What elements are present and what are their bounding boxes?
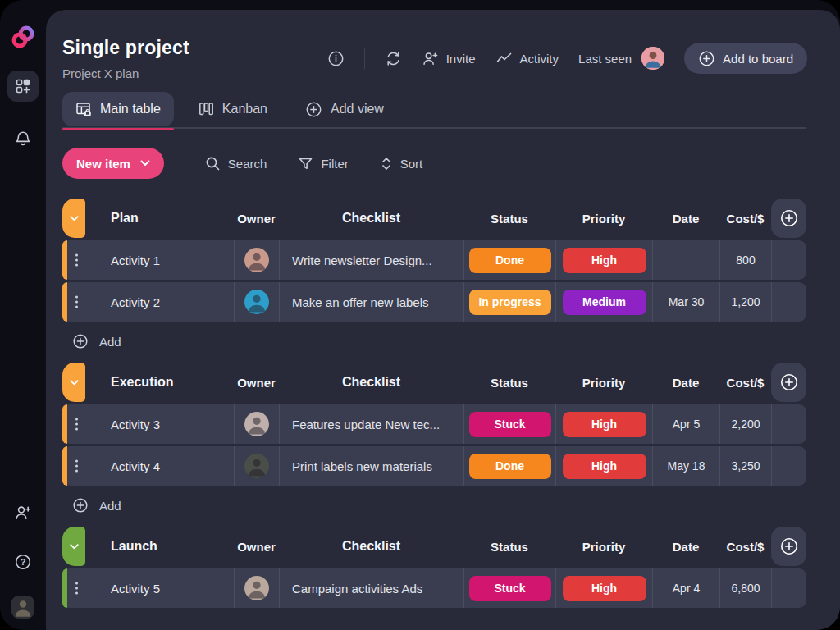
column-header-cost[interactable]: Cost/$: [719, 527, 771, 566]
add-item-label: Add: [99, 335, 121, 349]
priority-badge[interactable]: High: [563, 412, 646, 437]
column-header-status[interactable]: Status: [463, 527, 555, 566]
column-header-owner[interactable]: Owner: [234, 363, 279, 402]
cost-cell[interactable]: 1,200: [719, 282, 771, 322]
owner-cell[interactable]: [234, 282, 279, 322]
status-cell: Stuck: [463, 404, 555, 444]
tab-kanban[interactable]: Kanban: [185, 92, 281, 126]
column-header-date[interactable]: Date: [652, 363, 719, 402]
column-header-priority[interactable]: Priority: [555, 363, 652, 402]
table-row[interactable]: Activity 3Features update New tec...Stuc…: [62, 404, 806, 444]
invite-button[interactable]: Invite: [422, 50, 476, 67]
column-header-cost[interactable]: Cost/$: [719, 363, 771, 402]
checklist-cell[interactable]: Make an offer new labels: [279, 282, 463, 322]
owner-cell[interactable]: [234, 404, 279, 444]
column-header-priority[interactable]: Priority: [555, 527, 652, 566]
table-row[interactable]: Activity 4Print labels new materialsDone…: [62, 446, 806, 486]
status-badge[interactable]: In progress: [469, 290, 551, 315]
status-badge[interactable]: Stuck: [469, 412, 551, 437]
column-header-status[interactable]: Status: [463, 363, 555, 402]
column-header-checklist[interactable]: Checklist: [279, 199, 463, 238]
add-column-button[interactable]: [771, 199, 806, 238]
group-name[interactable]: Execution: [111, 375, 173, 390]
checklist-cell[interactable]: Campaign activities Ads: [279, 568, 463, 608]
cost-cell[interactable]: 800: [719, 240, 771, 280]
checklist-cell[interactable]: Features update New tec...: [279, 404, 463, 444]
date-cell[interactable]: May 18: [652, 446, 719, 486]
priority-badge[interactable]: High: [563, 454, 646, 479]
column-header-date[interactable]: Date: [652, 527, 719, 566]
date-cell[interactable]: [652, 240, 719, 280]
plaky-logo-icon[interactable]: [9, 23, 37, 51]
group-name[interactable]: Launch: [111, 539, 158, 554]
filter-button[interactable]: Filter: [298, 156, 348, 171]
item-name-cell[interactable]: Activity 4: [62, 446, 234, 486]
add-column-button[interactable]: [771, 527, 806, 566]
invite-people-icon[interactable]: [7, 497, 39, 528]
page-title: Single project: [62, 37, 189, 59]
column-header-owner[interactable]: Owner: [234, 199, 279, 238]
priority-cell: High: [555, 240, 652, 280]
status-badge[interactable]: Stuck: [469, 576, 551, 601]
row-menu-icon[interactable]: [73, 252, 80, 269]
column-header-checklist[interactable]: Checklist: [279, 527, 463, 566]
priority-badge[interactable]: Medium: [563, 290, 646, 315]
group-collapse-button[interactable]: [62, 527, 85, 566]
column-header-priority[interactable]: Priority: [555, 199, 652, 238]
item-name-cell[interactable]: Activity 3: [62, 404, 234, 444]
item-name-cell[interactable]: Activity 2: [62, 282, 234, 322]
owner-cell[interactable]: [234, 240, 279, 280]
item-name-cell[interactable]: Activity 5: [62, 568, 234, 608]
priority-badge[interactable]: High: [563, 248, 646, 273]
checklist-cell[interactable]: Print labels new materials: [279, 446, 463, 486]
last-seen-avatar[interactable]: [641, 47, 664, 70]
apps-grid-icon[interactable]: [7, 71, 39, 102]
cost-cell[interactable]: 2,200: [719, 404, 771, 444]
group-name[interactable]: Plan: [111, 211, 139, 226]
status-badge[interactable]: Done: [469, 454, 551, 479]
sort-button[interactable]: Sort: [380, 156, 423, 171]
group-collapse-button[interactable]: [62, 199, 85, 238]
item-name-cell[interactable]: Activity 1: [62, 240, 234, 280]
notifications-bell-icon[interactable]: [7, 123, 39, 154]
column-header-checklist[interactable]: Checklist: [279, 363, 463, 402]
info-icon[interactable]: [327, 50, 345, 67]
add-item-button[interactable]: Add: [72, 494, 121, 517]
activity-button[interactable]: Activity: [495, 50, 559, 67]
help-icon[interactable]: ?: [7, 546, 39, 578]
priority-badge[interactable]: High: [563, 576, 646, 601]
row-menu-icon[interactable]: [73, 416, 80, 433]
search-button[interactable]: Search: [205, 156, 267, 171]
row-menu-icon[interactable]: [73, 580, 80, 597]
sync-icon[interactable]: [385, 50, 402, 67]
date-cell[interactable]: Apr 5: [652, 404, 719, 444]
table-row[interactable]: Activity 1Write newsletter Design...Done…: [62, 240, 806, 280]
table-row[interactable]: Activity 5Campaign activities AdsStuckHi…: [62, 568, 806, 608]
cost-cell[interactable]: 3,250: [719, 446, 771, 486]
user-avatar[interactable]: [11, 596, 34, 619]
column-header-status[interactable]: Status: [463, 199, 555, 238]
new-item-button[interactable]: New item: [62, 148, 164, 179]
column-header-cost[interactable]: Cost/$: [719, 199, 771, 238]
group-collapse-button[interactable]: [62, 363, 85, 402]
tab-add-view[interactable]: Add view: [292, 92, 397, 126]
tab-main-table[interactable]: Main table: [62, 92, 174, 126]
activity-icon: [495, 50, 513, 67]
row-menu-icon[interactable]: [73, 458, 80, 475]
owner-avatar: [244, 248, 269, 272]
date-cell[interactable]: Apr 4: [652, 568, 719, 608]
row-menu-icon[interactable]: [73, 294, 80, 311]
date-cell[interactable]: Mar 30: [652, 282, 719, 322]
status-badge[interactable]: Done: [469, 248, 551, 273]
column-header-owner[interactable]: Owner: [234, 527, 279, 566]
checklist-cell[interactable]: Write newsletter Design...: [279, 240, 463, 280]
owner-avatar: [244, 454, 269, 478]
column-header-date[interactable]: Date: [652, 199, 719, 238]
add-column-button[interactable]: [771, 363, 806, 402]
table-row[interactable]: Activity 2Make an offer new labelsIn pro…: [62, 282, 806, 322]
cost-cell[interactable]: 6,800: [719, 568, 771, 608]
add-item-button[interactable]: Add: [72, 330, 121, 353]
owner-cell[interactable]: [234, 568, 279, 608]
add-to-board-button[interactable]: Add to board: [684, 43, 807, 74]
owner-cell[interactable]: [234, 446, 279, 486]
